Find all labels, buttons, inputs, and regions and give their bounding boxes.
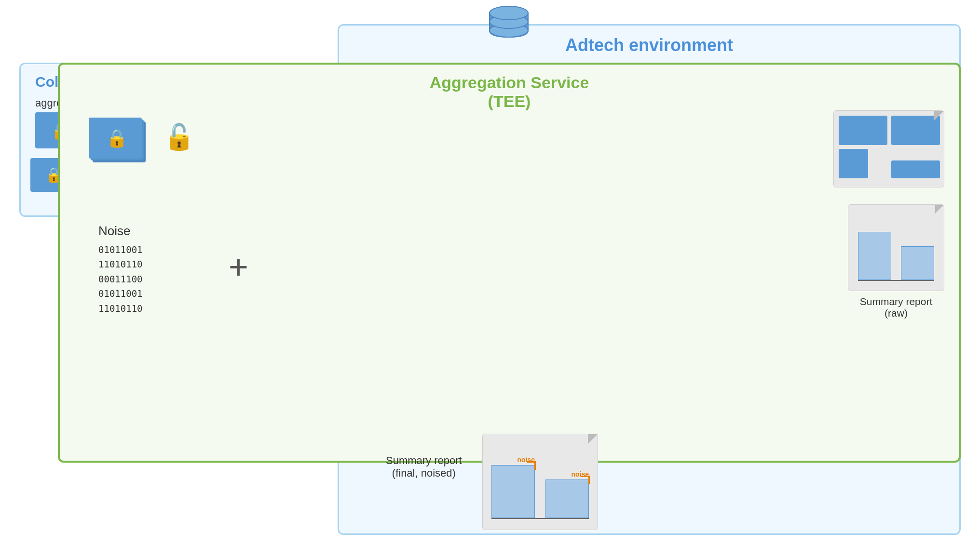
aggregation-box: Aggregation Service(TEE) 🔒 🔓 Noise	[58, 63, 961, 463]
noise-label: Noise	[98, 224, 143, 239]
summary-raw-doc	[848, 204, 944, 291]
summary-final-label: Summary report (final, noised)	[386, 454, 462, 479]
aggregation-batch: 🔒	[89, 118, 151, 171]
lock-icon-agg: 🔒	[106, 128, 128, 148]
summary-raw-label: Summary report (raw)	[848, 296, 944, 319]
noise-section: Noise 0101100111010110000111000101100111…	[98, 224, 143, 316]
summary-final-doc: noise noise	[482, 434, 598, 530]
diagram: Adtech environment Collection service ag…	[0, 0, 980, 559]
aggregation-label: Aggregation Service(TEE)	[430, 73, 589, 111]
plus-sign: +	[229, 248, 248, 286]
noise-binary: 0101100111010110000111000101100111010110	[98, 242, 143, 316]
summary-grid-doc	[833, 110, 944, 187]
unlock-icon: 🔓	[163, 122, 195, 152]
